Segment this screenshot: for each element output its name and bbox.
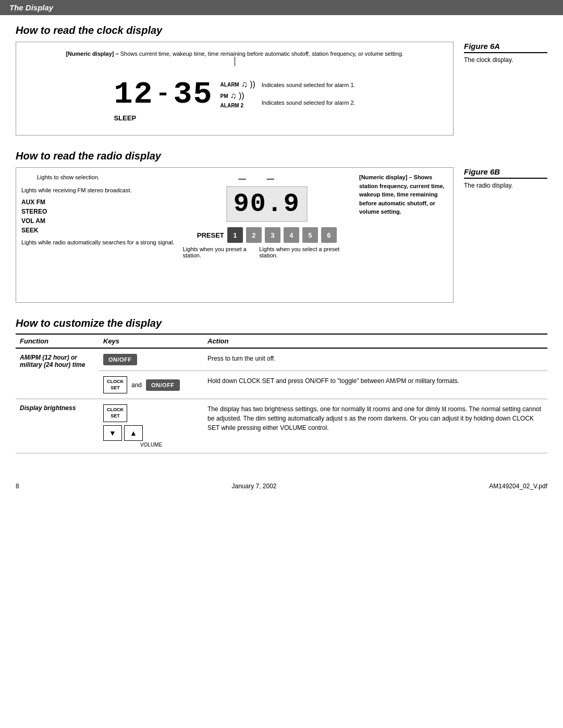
preset-labels-row: Lights when you preset a station. Lights… [182,246,351,258]
sleep-label: SLEEP [114,114,136,122]
header-bar: The Display [0,0,563,15]
onoff-button[interactable]: ON/OFF [103,354,137,365]
sleep-display-group: 12˗35 SLEEP [114,66,213,122]
numeric-display-callout: [Numeric display] – Shows current time, … [27,51,443,57]
alarm-pm-block: ALARM ♫ )) PM ♫ )) ALARM 2 [221,80,255,108]
col-action: Action [203,334,547,348]
figure-6a-label: Figure 6A [464,42,547,53]
figure-6b-caption: Figure 6B The radio display. [464,167,547,189]
header-title: The Display [9,3,53,12]
aux-fm-labels: AUX FM STEREO VOL AM SEEK [21,198,174,235]
pm-label: PM [221,93,228,99]
figure-6b-text: The radio display. [464,182,547,189]
radio-inner: Lights to show selection. Lights while r… [21,173,448,258]
callout-vline-1 [235,57,235,66]
keys-onoff: ON/OFF [99,348,203,371]
lights-fm-note: Lights while receiving FM stereo broadca… [21,186,174,195]
clock-diagram-box: [Numeric display] – Shows current time, … [16,42,454,135]
onoff-button-2[interactable]: ON/OFF [146,379,180,391]
clock-set-wrapper: CLOCKSET [103,404,199,422]
radio-diagram-box: Lights to show selection. Lights while r… [16,167,454,303]
keys-brightness: CLOCKSET ▼ ▲ VOLUME [99,399,203,453]
function-ampm: AM/PM (12 hour) or military (24 hour) ti… [16,348,99,399]
vol-am-text: VOL AM [21,217,45,225]
section3-title: How to customize the display [16,317,547,329]
preset-btn-4[interactable]: 4 [284,227,299,243]
customize-table: Function Keys Action AM/PM (12 hour) or … [16,334,547,453]
action-brightness: The display has two brightness settings,… [203,399,547,453]
figure-6a-text: The clock display. [464,56,547,64]
page-footer: 8 January 7, 2002 AM149204_02_V.pdf [0,474,563,495]
radio-digits: 90.9 [226,186,308,222]
stereo-text: STEREO [21,208,47,215]
numeric-display-text: Shows current time, wakeup time, time re… [120,51,403,57]
footer-doc-id: AM149204_02_V.pdf [489,483,547,490]
alarm1-row: ALARM ♫ )) [221,80,255,89]
table-header-row: Function Keys Action [16,334,547,348]
preset-btn-5[interactable]: 5 [302,227,318,243]
right-callouts: Indicates sound selected for alarm 1. In… [262,81,356,107]
radio-left-labels: Lights to show selection. Lights while r… [21,173,174,247]
preset-btn-3[interactable]: 3 [265,227,280,243]
clock-digits: 12˗35 [114,73,213,112]
alarm1-label: ALARM [221,82,239,88]
aux-fm-text: AUX FM [21,199,45,206]
and-text: and [131,381,142,389]
clock-display-row: 12˗35 SLEEP ALARM ♫ )) PM ♫ )) ALARM 2 [27,66,443,122]
function-brightness: Display brightness [16,399,99,453]
lights-preset-note: Lights when you preset a station. [182,246,259,258]
preset-btn-6[interactable]: 6 [321,227,337,243]
alarm2-label: ALARM 2 [221,103,255,108]
table-row: Display brightness CLOCKSET ▼ ▲ VOLUME T… [16,399,547,453]
clock-set-button-1[interactable]: CLOCKSET [103,376,127,393]
figure-6a-caption: Figure 6A The clock display. [464,42,547,64]
preset-row: PRESET 1 2 3 4 5 6 [197,227,337,243]
section1-title: How to read the clock display [16,24,547,36]
preset-btn-1[interactable]: 1 [227,227,243,243]
figure-6b-label: Figure 6B [464,167,547,179]
footer-date: January 7, 2002 [231,483,276,490]
col-function: Function [16,334,99,348]
col-keys: Keys [99,334,203,348]
preset-btn-2[interactable]: 2 [246,227,262,243]
page-number: 8 [16,483,19,490]
action-onoff: Press to turn the unit off. [203,348,547,371]
keys-clockset-onoff: CLOCKSET and ON/OFF [99,371,203,399]
volume-buttons: ▼ ▲ [103,425,199,441]
alarm2-note: Indicates sound selected for alarm 2. [262,99,356,107]
alarm1-note: Indicates sound selected for alarm 1. [262,81,356,89]
table-row: AM/PM (12 hour) or military (24 hour) ti… [16,348,547,371]
lights-show-note: Lights to show selection. [21,173,174,182]
clock-set-button-2[interactable]: CLOCKSET [103,404,127,422]
radio-center: ── 90.9 PRESET 1 2 3 4 5 6 Lights when y… [182,173,351,258]
numeric-display-label: [Numeric display] – [66,51,118,57]
lights-seek-note: Lights while radio automatically searche… [21,238,174,247]
figure-6a-section: [Numeric display] – Shows current time, … [16,42,547,135]
figure-6b-section: Lights to show selection. Lights while r… [16,167,547,303]
action-toggle: Hold down CLOCK SET and press ON/OFF to … [203,371,547,399]
pm-alarm2-row: PM ♫ )) [221,91,255,101]
alarm2-icon: ♫ )) [230,91,244,101]
radio-numeric-callout: ── [239,173,295,185]
alarm1-icon: ♫ )) [241,80,255,89]
section2-title: How to read the radio display [16,150,547,162]
preset-label: PRESET [197,231,224,239]
radio-right-callout: [Numeric display] – Shows station freque… [359,173,448,216]
lights-select-note: Lights when you select a preset station. [259,246,351,258]
numeric-display-label-radio: [Numeric display] – [359,174,412,180]
keys-row-2: CLOCKSET and ON/OFF [103,376,199,393]
volume-up-button[interactable]: ▲ [124,425,143,441]
volume-label: VOLUME [103,442,199,448]
volume-down-button[interactable]: ▼ [103,425,122,441]
seek-text: SEEK [21,227,39,234]
